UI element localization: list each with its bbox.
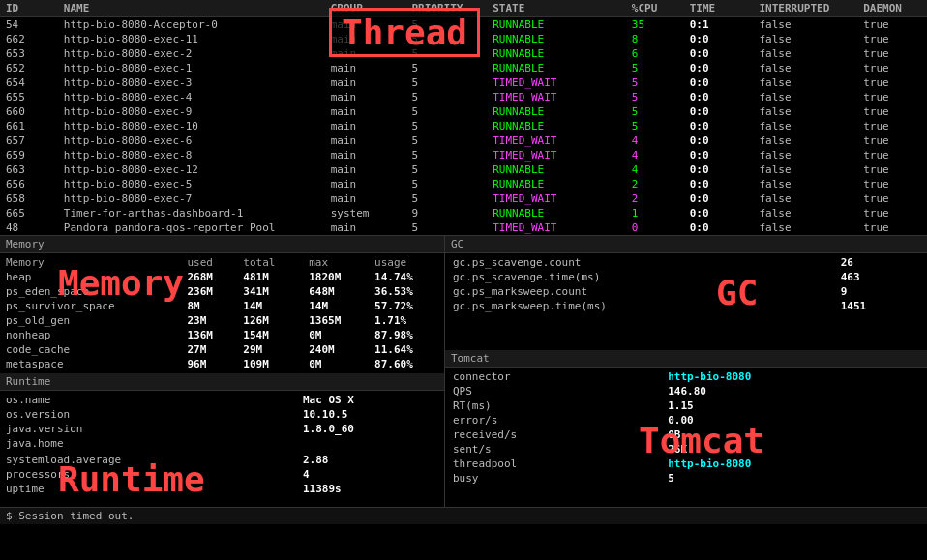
mem-usage: 14.74% <box>369 270 444 284</box>
cell-group: main <box>325 177 406 192</box>
runtime-key: java.home <box>0 436 297 451</box>
mem-usage: 87.98% <box>369 328 444 342</box>
table-row: 656 http-bio-8080-exec-5 main 5 RUNNABLE… <box>0 177 927 192</box>
mem-used: 96M <box>181 357 237 371</box>
cell-name: http-bio-8080-exec-12 <box>58 162 325 177</box>
list-item: connector http-bio-8080 <box>445 369 927 384</box>
cell-time: 0:0 <box>684 221 754 235</box>
cell-state: TIMED_WAIT <box>487 75 626 90</box>
memory-label: Memory <box>58 263 184 303</box>
cell-id: 665 <box>0 206 58 221</box>
cell-daemon: true <box>857 17 927 33</box>
mem-max: 1820M <box>303 270 369 284</box>
cell-name: http-bio-8080-exec-9 <box>58 104 325 119</box>
list-item: java.version 1.8.0_60 <box>0 422 444 436</box>
cell-id: 662 <box>0 32 58 46</box>
cell-daemon: true <box>857 32 927 46</box>
table-row: 48 Pandora pandora-qos-reporter Pool mai… <box>0 221 927 235</box>
gc-key: gc.ps_scavenge.count <box>445 255 833 270</box>
cell-id: 54 <box>0 17 58 33</box>
cell-priority: 5 <box>405 75 487 90</box>
cell-interrupted: false <box>753 75 857 90</box>
table-row: 661 http-bio-8080-exec-10 main 5 RUNNABL… <box>0 119 927 133</box>
cell-name: Timer-for-arthas-dashboard-1 <box>58 206 325 221</box>
cell-daemon: true <box>857 75 927 90</box>
memory-section: Memory Memory Memory used total max usag… <box>0 236 444 373</box>
table-row: 660 http-bio-8080-exec-9 main 5 RUNNABLE… <box>0 104 927 119</box>
col-header-id: ID <box>0 0 58 17</box>
col-header-name: NAME <box>58 0 325 17</box>
mem-usage: 1.71% <box>369 313 444 328</box>
cell-daemon: true <box>857 206 927 221</box>
cell-name: http-bio-8080-exec-10 <box>58 119 325 133</box>
tomcat-label: Tomcat <box>639 421 764 460</box>
table-row: 658 http-bio-8080-exec-7 main 5 TIMED_WA… <box>0 192 927 206</box>
cell-group: main <box>325 221 406 235</box>
cell-state: RUNNABLE <box>487 162 626 177</box>
list-item: gc.ps_marksweep.count 9 <box>445 284 927 299</box>
gc-key: gc.ps_marksweep.count <box>445 284 833 299</box>
cell-state: RUNNABLE <box>487 61 626 75</box>
col-header-state: STATE <box>487 0 626 17</box>
cell-state: TIMED_WAIT <box>487 133 626 148</box>
cell-priority: 5 <box>405 192 487 206</box>
cell-name: http-bio-8080-exec-11 <box>58 32 325 46</box>
cell-interrupted: false <box>753 177 857 192</box>
cell-name: http-bio-8080-exec-8 <box>58 148 325 162</box>
memory-panel-header: Memory <box>0 236 444 253</box>
cell-time: 0:0 <box>684 90 754 104</box>
cell-interrupted: false <box>753 221 857 235</box>
table-row: 655 http-bio-8080-exec-4 main 5 TIMED_WA… <box>0 90 927 104</box>
cell-daemon: true <box>857 90 927 104</box>
tomcat-key: RT(ms) <box>445 398 660 413</box>
thread-label: Thread <box>329 8 480 57</box>
cell-cpu: 5 <box>626 104 684 119</box>
tomcat-panel-body: Tomcat connector http-bio-8080 QPS 146.8… <box>445 368 927 487</box>
mem-max: 14M <box>303 299 369 313</box>
cell-priority: 5 <box>405 119 487 133</box>
list-item: gc.ps_scavenge.count 26 <box>445 255 927 270</box>
cell-time: 0:0 <box>684 206 754 221</box>
cell-priority: 5 <box>405 104 487 119</box>
cell-time: 0:0 <box>684 32 754 46</box>
list-item: os.name Mac OS X <box>0 393 444 407</box>
cell-cpu: 5 <box>626 61 684 75</box>
mem-max: 648M <box>303 284 369 299</box>
cell-name: http-bio-8080-exec-7 <box>58 192 325 206</box>
cell-name: http-bio-8080-exec-4 <box>58 90 325 104</box>
list-item: busy 5 <box>445 471 927 486</box>
tomcat-value: 1.15 <box>660 398 927 413</box>
runtime-panel-header: Runtime <box>0 373 444 391</box>
mem-total: 14M <box>237 299 303 313</box>
runtime-value <box>297 436 444 451</box>
col-header-daemon: DAEMON <box>857 0 927 17</box>
thread-section: Thread ID NAME GROUP PRIORITY STATE %CPU… <box>0 0 927 236</box>
cell-name: http-bio-8080-exec-3 <box>58 75 325 90</box>
cell-priority: 5 <box>405 61 487 75</box>
cell-interrupted: false <box>753 46 857 61</box>
mem-col-total: total <box>237 255 303 270</box>
mem-used: 8M <box>181 299 237 313</box>
tomcat-key: threadpool <box>445 457 660 471</box>
gc-value: 26 <box>833 255 927 270</box>
cell-time: 0:0 <box>684 104 754 119</box>
col-header-time: TIME <box>684 0 754 17</box>
cell-time: 0:0 <box>684 75 754 90</box>
cell-time: 0:0 <box>684 148 754 162</box>
cell-id: 653 <box>0 46 58 61</box>
tomcat-section: Tomcat Tomcat connector http-bio-8080 QP… <box>445 350 927 487</box>
cell-group: system <box>325 206 406 221</box>
runtime-value: 2.88 <box>297 453 444 467</box>
runtime-value: 1.8.0_60 <box>297 422 444 436</box>
mem-usage: 36.53% <box>369 284 444 299</box>
cell-state: RUNNABLE <box>487 104 626 119</box>
mem-total: 109M <box>237 357 303 371</box>
mem-col-usage: usage <box>369 255 444 270</box>
cell-priority: 5 <box>405 221 487 235</box>
cell-group: main <box>325 61 406 75</box>
cell-interrupted: false <box>753 133 857 148</box>
bottom-panels: Memory Memory Memory used total max usag… <box>0 236 927 507</box>
tomcat-value: 5 <box>660 471 927 486</box>
cell-time: 0:0 <box>684 177 754 192</box>
cell-interrupted: false <box>753 17 857 33</box>
